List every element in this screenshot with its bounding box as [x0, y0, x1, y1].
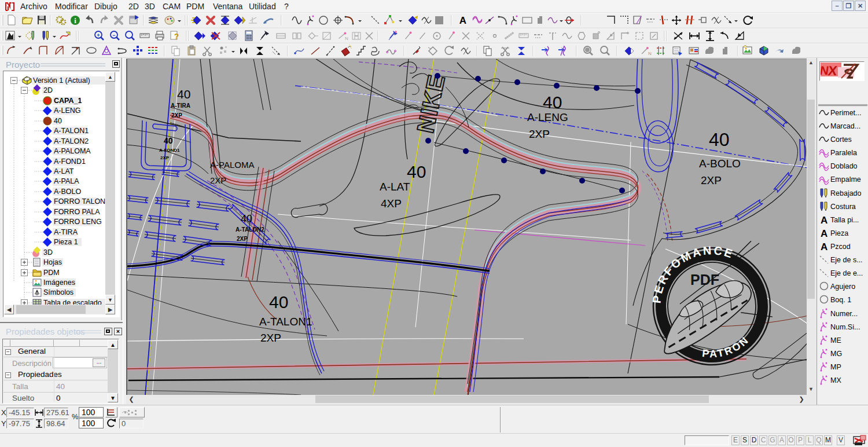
svg-text:A-TIRA: A-TIRA: [54, 228, 78, 236]
svg-text:A-BOLO: A-BOLO: [54, 188, 82, 196]
svg-text:FORRO TALON: FORRO TALON: [54, 197, 105, 206]
svg-text:Pzcod: Pzcod: [830, 243, 851, 251]
svg-text:Empalme: Empalme: [830, 175, 861, 184]
svg-text:Boq. 1: Boq. 1: [830, 296, 851, 304]
svg-text:A: A: [821, 241, 827, 252]
svg-text:40: 40: [164, 136, 173, 145]
svg-text:N: N: [648, 51, 652, 56]
svg-text:A-LAT: A-LAT: [54, 167, 74, 175]
svg-text:FORRO PALA: FORRO PALA: [54, 208, 100, 216]
svg-text:Doblado: Doblado: [830, 162, 858, 170]
svg-text:Pieza 1: Pieza 1: [54, 238, 78, 246]
svg-text:A-PALOMA: A-PALOMA: [54, 147, 91, 155]
svg-text:Símbolos: Símbolos: [43, 288, 73, 296]
svg-text:40: 40: [269, 292, 288, 312]
svg-text:ME: ME: [830, 336, 841, 345]
svg-text:Talla pi...: Talla pi...: [830, 216, 859, 224]
svg-text:A-FOND1: A-FOND1: [159, 148, 180, 153]
svg-text:4XP: 4XP: [381, 197, 402, 210]
svg-text:A-PALOMA: A-PALOMA: [210, 160, 254, 170]
svg-text:2D: 2D: [43, 86, 53, 94]
svg-text:2XP: 2XP: [260, 332, 281, 344]
svg-text:Eje de s...: Eje de s...: [830, 256, 863, 264]
svg-text:MG: MG: [830, 350, 842, 358]
svg-text:Costura: Costura: [830, 203, 856, 211]
svg-text:A-LAT: A-LAT: [380, 181, 410, 193]
svg-text:40: 40: [54, 117, 62, 125]
svg-text:Agujero: Agujero: [830, 283, 855, 291]
svg-text:A-TALON2: A-TALON2: [54, 137, 89, 145]
svg-text:A: A: [821, 228, 827, 239]
svg-text:A-TALON2: A-TALON2: [236, 226, 264, 233]
svg-text:Eje de e...: Eje de e...: [830, 269, 863, 277]
svg-text:A: A: [821, 215, 827, 226]
svg-text:Marcad...: Marcad...: [830, 122, 860, 130]
svg-text:40: 40: [709, 129, 730, 150]
svg-text:2XP: 2XP: [529, 128, 550, 140]
svg-text:Numer...: Numer...: [830, 310, 858, 318]
svg-text:PDM: PDM: [43, 269, 60, 277]
svg-text:Pieza: Pieza: [830, 229, 848, 237]
svg-text:+: +: [97, 32, 100, 38]
svg-text:CAPA_1: CAPA_1: [54, 97, 82, 105]
svg-text:A-PALA: A-PALA: [54, 177, 79, 185]
svg-text:40: 40: [543, 93, 562, 112]
svg-text:FORRO LENG: FORRO LENG: [54, 218, 102, 226]
svg-text:2XP: 2XP: [160, 155, 170, 160]
svg-text:?: ?: [174, 32, 179, 41]
svg-text:MP: MP: [830, 363, 841, 371]
svg-text:−: −: [112, 32, 115, 38]
svg-text:N: N: [345, 36, 348, 41]
svg-text:3D: 3D: [43, 248, 53, 257]
svg-text:A-LENG: A-LENG: [54, 107, 81, 115]
svg-text:2XP: 2XP: [171, 112, 182, 119]
svg-text:40: 40: [241, 213, 252, 225]
svg-text:Imágenes: Imágenes: [43, 279, 75, 287]
svg-text:i: i: [74, 16, 76, 25]
svg-text:A-BOLO: A-BOLO: [699, 157, 741, 170]
svg-text:2XP: 2XP: [237, 236, 248, 242]
svg-text:Perimet...: Perimet...: [830, 109, 862, 117]
svg-text:Versión 1 (Actual): Versión 1 (Actual): [33, 76, 90, 85]
svg-text:A-TALON1: A-TALON1: [54, 127, 89, 135]
svg-text:MX: MX: [830, 376, 841, 384]
svg-text:Hojas: Hojas: [43, 258, 62, 266]
svg-text:A: A: [459, 15, 466, 26]
svg-text:40: 40: [177, 87, 190, 101]
svg-text:40: 40: [407, 162, 426, 181]
svg-text:A-TALON1: A-TALON1: [259, 316, 312, 328]
svg-text:2XP: 2XP: [701, 174, 722, 186]
svg-text:Num.Si...: Num.Si...: [830, 323, 860, 331]
svg-text:2XP: 2XP: [210, 175, 226, 185]
svg-text:A-FOND1: A-FOND1: [54, 157, 86, 166]
svg-text:Cortes: Cortes: [830, 135, 852, 144]
svg-text:Rebajado: Rebajado: [830, 189, 862, 197]
svg-text:Paralela: Paralela: [830, 149, 857, 157]
svg-text:A-LENG: A-LENG: [527, 111, 568, 123]
svg-text:A-TIRA: A-TIRA: [171, 102, 190, 109]
